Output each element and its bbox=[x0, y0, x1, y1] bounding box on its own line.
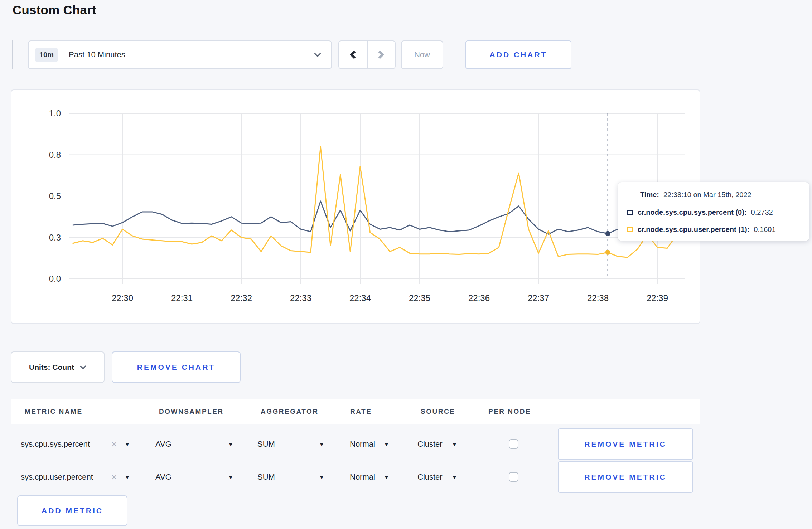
series-line-cr.node.sys.cpu.sys.percent bbox=[73, 201, 677, 234]
now-button[interactable]: Now bbox=[401, 40, 443, 69]
x-tick-label: 22:38 bbox=[587, 293, 609, 303]
metric-select-caret-icon[interactable]: ▼ bbox=[125, 461, 130, 493]
remove-metric-button[interactable]: REMOVE METRIC bbox=[558, 461, 693, 493]
crosshair-marker bbox=[605, 231, 610, 236]
aggregator-caret-icon[interactable]: ▼ bbox=[319, 461, 324, 493]
time-window-label: Past 10 Minutes bbox=[69, 50, 314, 59]
metric-name-value[interactable]: sys.cpu.user.percent bbox=[21, 461, 93, 493]
y-tick-label: 1.0 bbox=[49, 108, 61, 118]
chevron-left-icon bbox=[350, 50, 356, 59]
chevron-right-icon bbox=[378, 50, 384, 59]
chevron-down-icon bbox=[80, 365, 86, 369]
aggregator-select[interactable]: SUM bbox=[257, 461, 275, 493]
clear-metric-icon[interactable]: × bbox=[111, 461, 117, 493]
add-chart-button[interactable]: ADD CHART bbox=[465, 40, 571, 69]
column-header-aggregator: AGGREGATOR bbox=[261, 399, 319, 424]
tooltip-time-row: Time: 22:38:10 on Mar 15th, 2022 bbox=[627, 191, 801, 199]
column-header-downsampler: DOWNSAMPLER bbox=[159, 399, 224, 424]
downsampler-caret-icon[interactable]: ▼ bbox=[228, 461, 233, 493]
column-header-rate: RATE bbox=[350, 399, 372, 424]
x-tick-label: 22:32 bbox=[231, 293, 252, 303]
metric-name-value[interactable]: sys.cpu.sys.percent bbox=[21, 428, 90, 460]
source-caret-icon[interactable]: ▼ bbox=[452, 461, 457, 493]
prev-time-button[interactable] bbox=[339, 41, 367, 68]
column-header-per-node: PER NODE bbox=[488, 399, 531, 424]
x-tick-label: 22:37 bbox=[528, 293, 549, 303]
tooltip-series-value: 0.1601 bbox=[754, 225, 775, 234]
per-node-checkbox[interactable] bbox=[509, 472, 518, 482]
tooltip-series-label: cr.node.sys.cpu.sys.percent (0): bbox=[638, 208, 747, 217]
metrics-table-header: METRIC NAME DOWNSAMPLER AGGREGATOR RATE … bbox=[11, 399, 700, 424]
toolbar-divider bbox=[12, 40, 13, 69]
tooltip-series-label: cr.node.sys.cpu.user.percent (1): bbox=[638, 225, 749, 234]
x-tick-label: 22:34 bbox=[349, 293, 371, 303]
tooltip-series-row: cr.node.sys.cpu.sys.percent (0): 0.2732 bbox=[627, 208, 801, 217]
per-node-checkbox[interactable] bbox=[509, 439, 518, 449]
clear-metric-icon[interactable]: × bbox=[111, 428, 117, 460]
add-metric-button[interactable]: ADD METRIC bbox=[17, 495, 127, 526]
y-tick-label: 0.3 bbox=[49, 233, 61, 242]
rate-select[interactable]: Normal bbox=[350, 428, 375, 460]
chart-tooltip: Time: 22:38:10 on Mar 15th, 2022 cr.node… bbox=[618, 182, 809, 241]
tooltip-time-value: 22:38:10 on Mar 15th, 2022 bbox=[663, 191, 751, 199]
tooltip-series-value: 0.2732 bbox=[751, 208, 773, 217]
chart-card[interactable]: 0.00.30.50.81.022:3022:3122:3222:3322:34… bbox=[11, 89, 700, 324]
y-tick-label: 0.5 bbox=[49, 191, 61, 201]
source-select[interactable]: Cluster bbox=[417, 461, 443, 493]
y-tick-label: 0.8 bbox=[49, 150, 61, 160]
aggregator-caret-icon[interactable]: ▼ bbox=[319, 428, 324, 460]
next-time-button[interactable] bbox=[367, 41, 395, 68]
downsampler-select[interactable]: AVG bbox=[155, 428, 171, 460]
remove-metric-button[interactable]: REMOVE METRIC bbox=[558, 428, 693, 460]
downsampler-select[interactable]: AVG bbox=[155, 461, 171, 493]
downsampler-caret-icon[interactable]: ▼ bbox=[228, 428, 233, 460]
tooltip-series-row: cr.node.sys.cpu.user.percent (1): 0.1601 bbox=[627, 225, 801, 234]
units-dropdown[interactable]: Units: Count bbox=[11, 351, 105, 383]
metric-row: sys.cpu.sys.percent × ▼ AVG ▼ SUM ▼ Norm… bbox=[0, 428, 812, 460]
tooltip-time-label: Time: bbox=[640, 191, 659, 199]
units-label: Units: Count bbox=[29, 363, 74, 372]
metric-select-caret-icon[interactable]: ▼ bbox=[125, 428, 130, 460]
aggregator-select[interactable]: SUM bbox=[257, 428, 275, 460]
y-tick-label: 0.0 bbox=[49, 274, 61, 283]
series-swatch-sys bbox=[627, 210, 633, 215]
x-tick-label: 22:39 bbox=[647, 293, 668, 303]
time-window-dropdown[interactable]: 10m Past 10 Minutes bbox=[28, 40, 332, 69]
column-header-source: SOURCE bbox=[421, 399, 455, 424]
x-tick-label: 22:35 bbox=[409, 293, 430, 303]
time-window-badge: 10m bbox=[35, 48, 58, 62]
chevron-down-icon bbox=[314, 52, 321, 57]
column-header-metric-name: METRIC NAME bbox=[25, 399, 83, 424]
time-nav-group bbox=[338, 40, 396, 69]
x-tick-label: 22:30 bbox=[112, 293, 133, 303]
crosshair-marker bbox=[605, 250, 610, 255]
page-title: Custom Chart bbox=[13, 3, 96, 17]
rate-caret-icon[interactable]: ▼ bbox=[384, 461, 389, 493]
series-line-cr.node.sys.cpu.user.percent bbox=[73, 146, 677, 257]
metric-row: sys.cpu.user.percent × ▼ AVG ▼ SUM ▼ Nor… bbox=[0, 461, 812, 493]
rate-caret-icon[interactable]: ▼ bbox=[384, 428, 389, 460]
timeseries-chart[interactable]: 0.00.30.50.81.022:3022:3122:3222:3322:34… bbox=[11, 90, 700, 323]
series-swatch-user bbox=[627, 227, 633, 232]
source-select[interactable]: Cluster bbox=[417, 428, 443, 460]
x-tick-label: 22:36 bbox=[468, 293, 490, 303]
x-tick-label: 22:33 bbox=[290, 293, 311, 303]
remove-chart-button[interactable]: REMOVE CHART bbox=[112, 351, 241, 383]
x-tick-label: 22:31 bbox=[171, 293, 193, 303]
rate-select[interactable]: Normal bbox=[350, 461, 375, 493]
source-caret-icon[interactable]: ▼ bbox=[452, 428, 457, 460]
